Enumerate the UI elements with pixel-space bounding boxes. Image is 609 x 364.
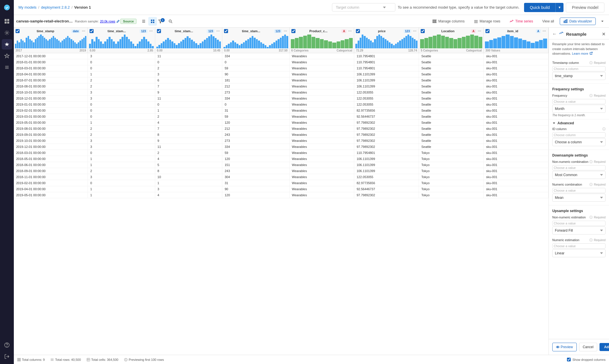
col-menu-product[interactable]: ⋯	[348, 29, 352, 33]
grid-container[interactable]: time_stamp date ⋯ 20172019 time_stam... …	[14, 28, 549, 355]
table-cell: Seattle	[419, 83, 484, 89]
non-numeric-info-icon[interactable]: ⓘ	[589, 160, 593, 164]
breadcrumb-deployment[interactable]: deployment 2.8.2	[41, 5, 70, 9]
frequency-section: Frequency settings Frequency ⓘ Required …	[549, 85, 609, 119]
timestamp-info-icon[interactable]: ⓘ	[589, 61, 593, 65]
col-checkbox-time_stamp4[interactable]	[224, 29, 228, 33]
timestamp-select[interactable]: time_stamp	[552, 72, 606, 80]
nav-logout-icon[interactable]	[2, 351, 12, 362]
left-sidebar	[0, 0, 14, 364]
learn-more-link[interactable]: Learn more	[572, 52, 588, 55]
manage-columns-button[interactable]: Manage columns	[429, 18, 468, 25]
table-cell: 2018-10-01 00:00:00	[14, 89, 88, 96]
table-cell: sku-001	[484, 59, 549, 65]
col-checkbox-time_stamp[interactable]	[16, 29, 20, 33]
row-count-link[interactable]: 20.0k rows	[100, 20, 115, 23]
col-checkbox-time_stamp2[interactable]	[90, 29, 94, 33]
nav-settings-icon[interactable]	[2, 28, 12, 38]
col-range-end-time_stamp2: 2.85	[147, 49, 153, 52]
breadcrumb-models[interactable]: My models	[18, 5, 37, 9]
table-row: 2017-12-01 00:00:00311334Wearables110.79…	[14, 53, 549, 59]
nav-ai-icon[interactable]	[2, 39, 12, 49]
table-cell: 1	[88, 120, 155, 126]
table-cell: 3	[155, 186, 222, 192]
svg-rect-34	[18, 358, 18, 361]
table-cell: Seattle	[419, 71, 484, 77]
show-dropped-checkbox[interactable]	[567, 358, 571, 361]
cancel-button[interactable]: Cancel	[579, 343, 597, 351]
table-row: 2019-10-01 00:00:0039273Wearables97.7989…	[14, 138, 549, 144]
frequency-select[interactable]: Month	[552, 105, 606, 113]
col-menu-time_stamp2[interactable]: ⋯	[149, 29, 153, 33]
table-cell: 2018-09-01 00:00:00	[14, 168, 88, 174]
table-cell: 11	[155, 96, 222, 102]
id-column-info-icon[interactable]: ⓘ	[602, 127, 606, 131]
svg-marker-7	[5, 54, 9, 58]
id-column-select[interactable]: Choose a column	[552, 138, 606, 146]
add-button[interactable]: Add	[599, 343, 609, 351]
search-button[interactable]	[166, 17, 175, 26]
quick-build-arrow-button[interactable]: ▾	[555, 3, 564, 12]
table-cell: 97.79892302	[354, 138, 419, 144]
numeric-est-label: Numeric estimation ⓘ Required	[552, 238, 606, 242]
frequency-info-icon[interactable]: ⓘ	[589, 94, 593, 98]
preview-button[interactable]: Preview	[552, 343, 577, 351]
preview-model-button[interactable]: Preview model	[566, 3, 604, 12]
table-cell: 1	[155, 180, 222, 186]
svg-rect-36	[20, 358, 20, 361]
table-cell: 3	[88, 53, 155, 59]
svg-point-0	[4, 5, 10, 10]
svg-rect-17	[153, 20, 154, 21]
grid-view-button[interactable]	[148, 17, 157, 26]
filter-button[interactable]: 1	[157, 17, 166, 26]
table-row: 2019-05-01 00:00:0014120Wearables97.7989…	[14, 192, 549, 198]
col-menu-price[interactable]: ⋯	[412, 29, 417, 33]
non-numeric-est-info-icon[interactable]: ⓘ	[589, 215, 593, 220]
col-checkbox-item_id[interactable]	[485, 29, 490, 33]
numeric-est-info-icon[interactable]: ⓘ	[589, 238, 593, 242]
col-menu-item_id[interactable]: ⋯	[542, 29, 547, 33]
table-cell: Wearables	[289, 162, 354, 168]
edit-icon[interactable]	[116, 20, 120, 23]
table-cell: 9	[155, 138, 222, 144]
quick-build-button[interactable]: Quick build	[524, 3, 555, 12]
panel-title: Resample	[566, 32, 599, 37]
time-series-button[interactable]: Time series	[506, 18, 537, 25]
manage-rows-button[interactable]: Manage rows	[470, 18, 504, 25]
table-cell: 90	[222, 71, 289, 77]
non-numeric-choose-label: Choose a value	[552, 165, 606, 170]
nav-grid-icon[interactable]	[2, 16, 12, 26]
numeric-info-icon[interactable]: ⓘ	[589, 182, 593, 187]
non-numeric-est-select[interactable]: Forward Fill	[552, 226, 606, 235]
col-checkbox-price[interactable]	[356, 29, 360, 33]
col-checkbox-time_stamp3[interactable]	[157, 29, 161, 33]
panel-close-button[interactable]: ✕	[602, 31, 606, 37]
brand-icon[interactable]	[2, 2, 12, 13]
advanced-toggle[interactable]: Advanced	[549, 119, 609, 127]
numeric-select[interactable]: Mean	[552, 194, 606, 202]
table-cell: 97.79892302	[354, 126, 419, 132]
breadcrumb-version: Version 1	[74, 5, 91, 9]
rows-icon	[474, 19, 478, 23]
list-view-button[interactable]	[139, 17, 148, 26]
col-menu-time_stamp[interactable]: ⋯	[81, 29, 86, 33]
data-visualizer-button[interactable]: Data visualizer	[560, 18, 596, 25]
table-cell: 120	[222, 192, 289, 198]
columns-icon	[432, 19, 437, 23]
numeric-est-select[interactable]: Linear	[552, 249, 606, 257]
nav-help-icon[interactable]	[2, 340, 12, 350]
table-cell: 3	[155, 71, 222, 77]
toolbar-more-button[interactable]	[598, 17, 607, 26]
nav-star-icon[interactable]	[2, 51, 12, 61]
col-menu-time_stamp3[interactable]: ⋯	[216, 29, 220, 33]
nav-list-icon[interactable]	[2, 62, 12, 73]
col-menu-time_stamp4[interactable]: ⋯	[283, 29, 288, 33]
target-column-select[interactable]: Target column	[332, 3, 395, 12]
view-all-button[interactable]: View all	[539, 18, 557, 25]
col-checkbox-location[interactable]	[421, 29, 425, 33]
table-row: 2019-09-01 00:00:0028243Wearables97.7989…	[14, 132, 549, 138]
non-numeric-select[interactable]: Most Common	[552, 171, 606, 179]
panel-back-button[interactable]: ←	[552, 31, 557, 37]
col-checkbox-product[interactable]	[291, 29, 295, 33]
col-menu-location[interactable]: ⋯	[477, 29, 482, 33]
